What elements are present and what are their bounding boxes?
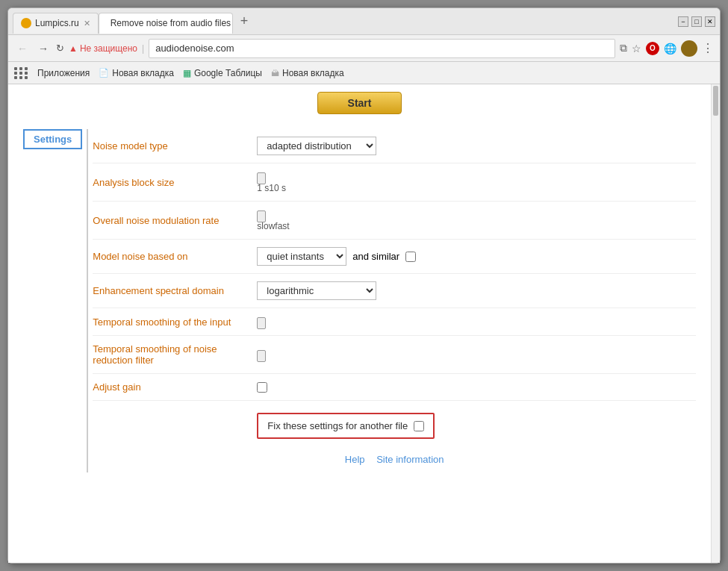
row-adjust-gain: Adjust gain [93, 374, 696, 401]
refresh-button[interactable]: ↻ [56, 43, 64, 54]
star-icon[interactable]: ☆ [632, 43, 641, 54]
forward-button[interactable]: → [35, 41, 52, 56]
bookmark-new-tab-1[interactable]: 📄 Новая вкладка [99, 68, 174, 78]
tab-close-lumpics[interactable]: ✕ [84, 19, 90, 28]
settings-button[interactable]: Settings [23, 129, 82, 149]
bookmark-new-tab-1-label: Новая вкладка [112, 68, 174, 78]
label-temporal-smoothing-input: Temporal smoothing of the input [93, 316, 257, 328]
back-button[interactable]: ← [14, 41, 31, 56]
row-fix-settings: Fix these settings for another file [93, 401, 696, 446]
warning-icon: ▲ [69, 43, 78, 54]
control-adjust-gain [257, 382, 696, 393]
bookmark-sheets-label: Google Таблицы [194, 68, 262, 78]
slider-min-modulation: slow [257, 221, 275, 231]
opera-icon[interactable]: O [646, 42, 659, 55]
title-bar: Lumpics.ru ✕ Remove noise from audio fil… [8, 8, 720, 35]
page-content: Start Settings Noise model type adapted … [8, 84, 711, 563]
content-area: Start Settings Noise model type adapted … [8, 84, 720, 563]
scrollbar-thumb[interactable] [713, 86, 718, 116]
control-model-noise-based-on: quiet instants all instants and similar [257, 247, 696, 266]
slider-labels-analysis: 1 s 10 s [257, 183, 286, 193]
select-noise-model-type[interactable]: adapted distribution fixed adaptive [257, 137, 376, 155]
maximize-button[interactable]: □ [691, 16, 702, 27]
tab-label-lumpics: Lumpics.ru [35, 18, 79, 28]
label-adjust-gain: Adjust gain [93, 381, 257, 393]
minimize-button[interactable]: − [678, 16, 688, 27]
slider-thumb-analysis[interactable] [257, 172, 266, 184]
page-icon-2: 🏔 [271, 69, 279, 78]
row-noise-modulation-rate: Overall noise modulation rate slow fast [93, 202, 696, 240]
help-link[interactable]: Help [345, 454, 365, 465]
close-button[interactable]: ✕ [705, 16, 715, 27]
separator: | [142, 43, 144, 54]
fix-settings-checkbox[interactable] [414, 421, 424, 431]
slider-min-analysis: 1 s [257, 183, 269, 193]
tab-icon-lumpics [21, 18, 31, 28]
slider-max-analysis: 10 s [269, 183, 286, 193]
site-info-link[interactable]: Site information [376, 454, 444, 465]
slider-thumb-modulation[interactable] [257, 210, 266, 222]
bookmark-sheets[interactable]: ▦ Google Таблицы [183, 68, 262, 78]
slider-thumb-smoothing-input[interactable] [257, 317, 266, 329]
slider-max-modulation: fast [275, 221, 289, 231]
control-temporal-smoothing-input [257, 316, 696, 328]
label-model-noise-based-on: Model noise based on [93, 251, 257, 262]
copy-icon[interactable]: ⧉ [620, 42, 627, 54]
select-enhancement-spectral[interactable]: logarithmic linear [257, 281, 376, 300]
sheets-icon: ▦ [183, 68, 191, 78]
address-bar: ← → ↻ ▲ Не защищено | ⧉ ☆ O 🌐 ⋮ [8, 35, 720, 62]
label-temporal-smoothing-filter: Temporal smoothing of noise reduction fi… [93, 343, 257, 366]
page-icon-1: 📄 [99, 68, 109, 78]
row-enhancement-spectral-domain: Enhancement spectral domain logarithmic … [93, 274, 696, 308]
control-fix-settings: Fix these settings for another file [257, 408, 696, 439]
avatar[interactable] [681, 40, 697, 57]
label-enhancement-spectral-domain: Enhancement spectral domain [93, 285, 257, 296]
adjust-gain-checkbox[interactable] [257, 382, 267, 393]
label-noise-modulation-rate: Overall noise modulation rate [93, 215, 257, 226]
control-enhancement-spectral-domain: logarithmic linear [257, 281, 696, 300]
control-noise-model-type: adapted distribution fixed adaptive [257, 137, 696, 155]
tab-label-remove-noise: Remove noise from audio files o [111, 18, 233, 28]
bookmark-new-tab-2-label: Новая вкладка [282, 68, 344, 78]
settings-divider [87, 129, 88, 472]
row-model-noise-based-on: Model noise based on quiet instants all … [93, 240, 696, 274]
address-actions: ⧉ ☆ O 🌐 ⋮ [620, 40, 714, 57]
control-analysis-block-size: 1 s 10 s [257, 171, 696, 193]
fix-settings-box: Fix these settings for another file [257, 413, 435, 439]
and-similar-label: and similar [352, 251, 399, 262]
tab-lumpics[interactable]: Lumpics.ru ✕ [13, 13, 99, 34]
scrollbar[interactable] [711, 84, 720, 563]
globe-icon[interactable]: 🌐 [664, 43, 676, 54]
settings-panel: Settings Noise model type adapted distri… [23, 129, 696, 472]
bookmark-new-tab-2[interactable]: 🏔 Новая вкладка [271, 68, 344, 78]
settings-rows: Noise model type adapted distribution fi… [93, 129, 696, 472]
slider-labels-modulation: slow fast [257, 221, 289, 231]
fix-settings-label: Fix these settings for another file [267, 420, 408, 431]
start-button[interactable]: Start [317, 92, 402, 114]
start-button-wrapper: Start [23, 92, 696, 114]
row-temporal-smoothing-filter: Temporal smoothing of noise reduction fi… [93, 336, 696, 374]
row-analysis-block-size: Analysis block size 1 s 10 s [93, 163, 696, 202]
browser-window: Lumpics.ru ✕ Remove noise from audio fil… [7, 7, 721, 564]
window-controls: − □ ✕ [678, 16, 715, 27]
footer-links: Help Site information [93, 446, 696, 472]
select-model-noise[interactable]: quiet instants all instants [257, 247, 346, 266]
slider-thumb-smoothing-filter[interactable] [257, 350, 266, 362]
control-noise-modulation-rate: slow fast [257, 209, 696, 231]
url-input[interactable] [149, 39, 615, 58]
inline-control-noise-based-on: quiet instants all instants and similar [257, 247, 416, 266]
bookmark-apps-label: Приложения [37, 68, 90, 78]
row-noise-model-type: Noise model type adapted distribution fi… [93, 129, 696, 163]
label-analysis-block-size: Analysis block size [93, 177, 257, 188]
new-tab-button[interactable]: + [237, 13, 252, 29]
bookmark-apps[interactable]: Приложения [37, 68, 90, 78]
security-warning: ▲ Не защищено [69, 43, 137, 54]
tab-remove-noise[interactable]: Remove noise from audio files o ✕ [99, 13, 233, 34]
security-label: Не защищено [80, 43, 137, 54]
menu-button[interactable]: ⋮ [702, 41, 714, 55]
label-noise-model-type: Noise model type [93, 140, 257, 152]
control-temporal-smoothing-filter [257, 349, 696, 361]
bookmarks-bar: Приложения 📄 Новая вкладка ▦ Google Табл… [8, 62, 720, 84]
and-similar-checkbox[interactable] [405, 252, 416, 262]
apps-icon[interactable] [14, 67, 28, 79]
